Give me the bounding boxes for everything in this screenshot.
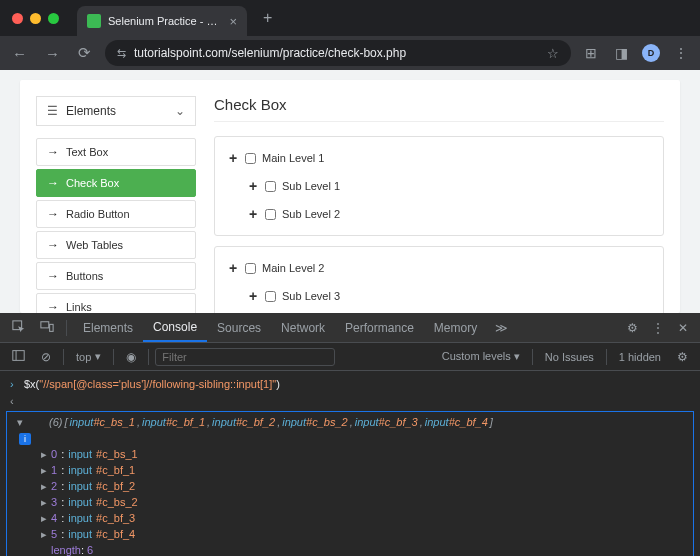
- tree-label: Sub Level 3: [282, 290, 340, 302]
- console-input-line[interactable]: › $x("//span[@class='plus']//following-s…: [0, 375, 700, 393]
- checkbox-main[interactable]: [245, 263, 256, 274]
- tree-label: Sub Level 1: [282, 180, 340, 192]
- site-info-icon[interactable]: ⇆: [117, 47, 126, 60]
- new-tab-button[interactable]: +: [253, 9, 282, 27]
- sidebar-item-buttons[interactable]: →Buttons: [36, 262, 196, 290]
- sidebar-title: Elements: [66, 104, 116, 118]
- expand-icon[interactable]: +: [247, 178, 259, 194]
- bookmark-icon[interactable]: ☆: [547, 46, 559, 61]
- tab-strip: Selenium Practice - Check Bo × +: [0, 0, 700, 36]
- devtools-tab-console[interactable]: Console: [143, 313, 207, 342]
- tab-title: Selenium Practice - Check Bo: [108, 15, 222, 27]
- expand-icon[interactable]: +: [247, 206, 259, 222]
- side-panel-icon[interactable]: ◨: [611, 45, 632, 61]
- close-devtools-icon[interactable]: ✕: [672, 321, 694, 335]
- sidebar-item-check-box[interactable]: →Check Box: [36, 169, 196, 197]
- toolbar: ← → ⟳ ⇆ tutorialspoint.com/selenium/prac…: [0, 36, 700, 70]
- device-toggle-icon[interactable]: [34, 320, 60, 336]
- back-button[interactable]: ←: [8, 45, 31, 62]
- sidebar-item-links[interactable]: →Links: [36, 293, 196, 313]
- context-selector[interactable]: top▾: [70, 350, 107, 363]
- result-item[interactable]: ▸ 2: input#c_bf_2: [7, 478, 693, 494]
- maximize-window-button[interactable]: [48, 13, 59, 24]
- extensions-icon[interactable]: ⊞: [581, 45, 601, 61]
- console-expression: $x("//span[@class='plus']//following-sib…: [24, 376, 690, 392]
- arrow-right-icon: →: [47, 207, 59, 221]
- result-item[interactable]: ▸ 1: input#c_bf_1: [7, 462, 693, 478]
- console-settings-icon[interactable]: ⚙: [671, 350, 694, 364]
- result-length: length: 6: [7, 542, 693, 556]
- clear-console-icon[interactable]: ⊘: [35, 350, 57, 364]
- sidebar-item-web-tables[interactable]: →Web Tables: [36, 231, 196, 259]
- prompt-icon: ›: [10, 376, 24, 392]
- arrow-right-icon: →: [47, 176, 59, 190]
- expand-triangle-icon[interactable]: ▸: [41, 526, 47, 542]
- expand-icon[interactable]: +: [227, 260, 239, 276]
- result-item[interactable]: ▸ 5: input#c_bf_4: [7, 526, 693, 542]
- expand-triangle-icon[interactable]: ▸: [41, 462, 47, 478]
- sidebar-item-label: Buttons: [66, 270, 103, 282]
- checkbox-sub[interactable]: [265, 181, 276, 192]
- log-levels-selector[interactable]: Custom levels ▾: [436, 350, 526, 363]
- expand-toggle-icon[interactable]: ▾: [17, 414, 27, 430]
- sidebar-item-label: Text Box: [66, 146, 108, 158]
- filter-input[interactable]: [155, 348, 335, 366]
- hidden-count[interactable]: 1 hidden: [613, 351, 667, 363]
- reload-button[interactable]: ⟳: [74, 44, 95, 62]
- settings-icon[interactable]: ⚙: [621, 321, 644, 335]
- devtools-tab-sources[interactable]: Sources: [207, 313, 271, 342]
- checkbox-sub[interactable]: [265, 291, 276, 302]
- separator: [66, 320, 67, 336]
- info-badge-icon[interactable]: i: [19, 433, 31, 445]
- close-window-button[interactable]: [12, 13, 23, 24]
- sidebar-item-text-box[interactable]: →Text Box: [36, 138, 196, 166]
- address-bar[interactable]: ⇆ tutorialspoint.com/selenium/practice/c…: [105, 40, 571, 66]
- tree-label: Main Level 2: [262, 262, 324, 274]
- close-tab-icon[interactable]: ×: [229, 14, 237, 29]
- sidebar-item-label: Check Box: [66, 177, 119, 189]
- eye-icon[interactable]: ◉: [120, 350, 142, 364]
- page-title: Check Box: [214, 96, 664, 122]
- expand-icon[interactable]: +: [227, 150, 239, 166]
- tree-label: Main Level 1: [262, 152, 324, 164]
- forward-button[interactable]: →: [41, 45, 64, 62]
- expand-icon[interactable]: +: [247, 288, 259, 304]
- result-item[interactable]: ▸ 3: input#c_bs_2: [7, 494, 693, 510]
- hamburger-icon: ☰: [47, 104, 58, 118]
- inspect-icon[interactable]: [6, 320, 32, 336]
- sidebar-item-label: Web Tables: [66, 239, 123, 251]
- devtools-tab-network[interactable]: Network: [271, 313, 335, 342]
- result-item[interactable]: ▸ 4: input#c_bf_3: [7, 510, 693, 526]
- checkbox-sub[interactable]: [265, 209, 276, 220]
- expand-triangle-icon[interactable]: ▸: [41, 446, 47, 462]
- devtools-panel: ElementsConsoleSourcesNetworkPerformance…: [0, 313, 700, 556]
- console-result-line: ‹: [0, 393, 700, 409]
- devtools-tab-elements[interactable]: Elements: [73, 313, 143, 342]
- main-content: Check Box +Main Level 1+Sub Level 1+Sub …: [214, 96, 664, 313]
- page-viewport: ☰ Elements ⌄ →Text Box→Check Box→Radio B…: [0, 70, 700, 313]
- profile-avatar[interactable]: D: [642, 44, 660, 62]
- result-array[interactable]: ▾ (6) [input#c_bs_1, input#c_bf_1, input…: [6, 411, 694, 556]
- minimize-window-button[interactable]: [30, 13, 41, 24]
- kebab-icon[interactable]: ⋮: [646, 321, 670, 335]
- sidebar-item-radio-button[interactable]: →Radio Button: [36, 200, 196, 228]
- menu-icon[interactable]: ⋮: [670, 45, 692, 61]
- expand-triangle-icon[interactable]: ▸: [41, 478, 47, 494]
- devtools-tab-performance[interactable]: Performance: [335, 313, 424, 342]
- browser-tab[interactable]: Selenium Practice - Check Bo ×: [77, 6, 247, 36]
- tree-sub-row: +Sub Level 2: [227, 203, 651, 225]
- devtools-tabs: ElementsConsoleSourcesNetworkPerformance…: [0, 313, 700, 343]
- more-tabs-icon[interactable]: ≫: [489, 321, 514, 335]
- sidebar-header[interactable]: ☰ Elements ⌄: [36, 96, 196, 126]
- expand-triangle-icon[interactable]: ▸: [41, 494, 47, 510]
- arrow-right-icon: →: [47, 269, 59, 283]
- console-sidebar-toggle-icon[interactable]: [6, 349, 31, 364]
- devtools-tab-memory[interactable]: Memory: [424, 313, 487, 342]
- tree-group: +Main Level 1+Sub Level 1+Sub Level 2: [214, 136, 664, 236]
- issues-badge[interactable]: No Issues: [539, 351, 600, 363]
- arrow-right-icon: →: [47, 300, 59, 313]
- tree-sub-row: +Sub Level 3: [227, 285, 651, 307]
- result-item[interactable]: ▸ 0: input#c_bs_1: [7, 446, 693, 462]
- expand-triangle-icon[interactable]: ▸: [41, 510, 47, 526]
- checkbox-main[interactable]: [245, 153, 256, 164]
